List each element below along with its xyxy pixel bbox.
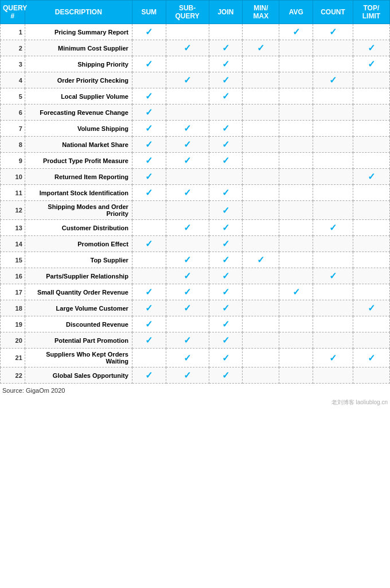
row-sum: ✓ <box>132 153 166 169</box>
row-join: ✓ <box>209 137 243 153</box>
row-sum <box>132 349 166 368</box>
row-minmax <box>243 332 279 349</box>
table-row: 11 Important Stock Identification ✓ ✓ ✓ <box>1 185 390 201</box>
row-minmax <box>243 201 279 220</box>
row-count <box>313 121 353 137</box>
row-count: ✓ <box>313 268 353 284</box>
data-table: QUERY# DESCRIPTION SUM SUB-QUERY JOIN MI… <box>0 0 390 384</box>
row-count <box>313 284 353 300</box>
header-join: JOIN <box>209 1 243 24</box>
row-desc: Suppliers Who Kept Orders Waiting <box>25 349 132 368</box>
header-row: QUERY# DESCRIPTION SUM SUB-QUERY JOIN MI… <box>1 1 390 24</box>
row-count <box>313 153 353 169</box>
row-join: ✓ <box>209 252 243 268</box>
row-avg <box>279 236 313 252</box>
row-avg <box>279 332 313 349</box>
header-count: COUNT <box>313 1 353 24</box>
row-avg <box>279 137 313 153</box>
watermark: 老刘博客 laoliublog.cn <box>0 397 390 408</box>
row-minmax <box>243 349 279 368</box>
row-join: ✓ <box>209 153 243 169</box>
table-row: 19 Discounted Revenue ✓ ✓ <box>1 316 390 332</box>
row-num: 17 <box>1 284 25 300</box>
row-minmax <box>243 284 279 300</box>
row-count: ✓ <box>313 24 353 40</box>
row-num: 22 <box>1 368 25 384</box>
row-sum: ✓ <box>132 137 166 153</box>
row-sum: ✓ <box>132 236 166 252</box>
row-subquery: ✓ <box>166 368 209 384</box>
header-top: TOP/LIMIT <box>353 1 389 24</box>
row-top <box>353 137 389 153</box>
row-minmax <box>243 220 279 236</box>
row-join: ✓ <box>209 300 243 316</box>
row-join: ✓ <box>209 56 243 72</box>
row-subquery: ✓ <box>166 121 209 137</box>
row-desc: Discounted Revenue <box>25 316 132 332</box>
row-count <box>313 40 353 56</box>
row-sum: ✓ <box>132 332 166 349</box>
row-count <box>313 185 353 201</box>
row-subquery <box>166 201 209 220</box>
row-sum: ✓ <box>132 169 166 185</box>
row-top: ✓ <box>353 300 389 316</box>
row-subquery: ✓ <box>166 72 209 88</box>
header-avg: AVG <box>279 1 313 24</box>
row-count <box>313 105 353 121</box>
header-query: QUERY# <box>1 1 25 24</box>
source-note: Source: GigaOm 2020 <box>0 384 390 397</box>
row-num: 14 <box>1 236 25 252</box>
row-minmax: ✓ <box>243 252 279 268</box>
row-count <box>313 368 353 384</box>
table-row: 21 Suppliers Who Kept Orders Waiting ✓ ✓… <box>1 349 390 368</box>
row-desc: Shipping Modes and Order Priority <box>25 201 132 220</box>
row-join <box>209 105 243 121</box>
row-join: ✓ <box>209 284 243 300</box>
row-join: ✓ <box>209 40 243 56</box>
row-minmax <box>243 185 279 201</box>
row-num: 2 <box>1 40 25 56</box>
row-top: ✓ <box>353 349 389 368</box>
row-sum: ✓ <box>132 56 166 72</box>
row-minmax <box>243 169 279 185</box>
row-subquery: ✓ <box>166 332 209 349</box>
row-count <box>313 137 353 153</box>
table-row: 10 Returned Item Reporting ✓ ✓ <box>1 169 390 185</box>
row-avg <box>279 368 313 384</box>
row-subquery: ✓ <box>166 300 209 316</box>
row-top <box>353 88 389 105</box>
row-num: 9 <box>1 153 25 169</box>
row-top <box>353 368 389 384</box>
row-num: 7 <box>1 121 25 137</box>
row-desc: Minimum Cost Supplier <box>25 40 132 56</box>
row-minmax <box>243 268 279 284</box>
row-top <box>353 185 389 201</box>
row-avg <box>279 40 313 56</box>
row-num: 4 <box>1 72 25 88</box>
row-count <box>313 316 353 332</box>
row-count: ✓ <box>313 349 353 368</box>
row-sum: ✓ <box>132 121 166 137</box>
row-top: ✓ <box>353 56 389 72</box>
row-minmax <box>243 368 279 384</box>
row-subquery <box>166 56 209 72</box>
row-subquery: ✓ <box>166 349 209 368</box>
table-row: 12 Shipping Modes and Order Priority ✓ <box>1 201 390 220</box>
row-desc: Order Priority Checking <box>25 72 132 88</box>
row-top <box>353 268 389 284</box>
row-count <box>313 332 353 349</box>
row-top <box>353 252 389 268</box>
row-sum: ✓ <box>132 185 166 201</box>
row-top <box>353 316 389 332</box>
row-avg <box>279 220 313 236</box>
row-minmax <box>243 105 279 121</box>
row-num: 20 <box>1 332 25 349</box>
row-avg <box>279 88 313 105</box>
row-avg <box>279 105 313 121</box>
row-subquery: ✓ <box>166 137 209 153</box>
row-avg <box>279 300 313 316</box>
row-desc: Important Stock Identification <box>25 185 132 201</box>
header-desc: DESCRIPTION <box>25 1 132 24</box>
row-count <box>313 169 353 185</box>
row-sum: ✓ <box>132 300 166 316</box>
